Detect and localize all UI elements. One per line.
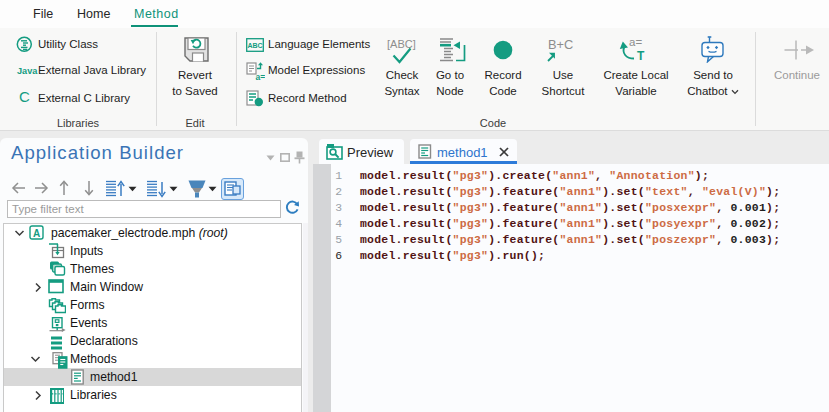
svg-text:a=: a= — [256, 72, 266, 81]
svg-text:a=: a= — [629, 36, 642, 48]
svg-text:T: T — [637, 49, 645, 63]
svg-text:ABC: ABC — [247, 42, 262, 49]
svg-text:A: A — [33, 227, 40, 238]
